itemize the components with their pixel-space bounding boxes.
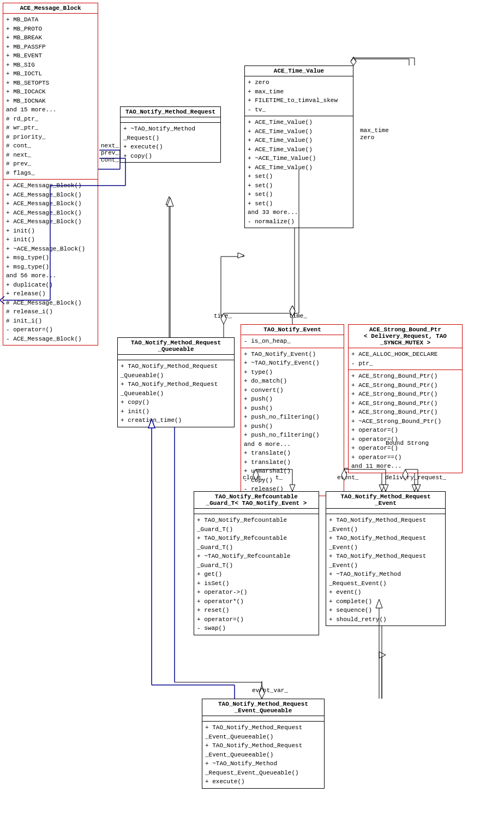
tao-notify-method-request-event-methods: + TAO_Notify_Method_Request _Event() + T… — [326, 514, 445, 626]
svg-marker-38 — [379, 652, 386, 658]
diagram-container: ACE_Message_Block + MB_DATA + MB_PROTO +… — [0, 0, 504, 834]
svg-text:time_: time_ — [214, 313, 232, 319]
svg-marker-30 — [379, 485, 385, 491]
tao-notify-method-request-event-queueable-fields — [202, 716, 324, 722]
svg-text:zero: zero — [360, 134, 374, 141]
ace-message-block-fields: + MB_DATA + MB_PROTO + MB_BREAK + MB_PAS… — [3, 14, 98, 180]
ace-time-value-methods: + ACE_Time_Value() + ACE_Time_Value() + … — [245, 116, 353, 228]
tao-notify-refcountable-guard-title: TAO_Notify_Refcountable_Guard_T< TAO_Not… — [194, 492, 319, 509]
ace-strong-bound-ptr-fields: + ACE_ALLOC_HOOK_DECLARE - ptr_ — [349, 348, 462, 370]
tao-notify-refcountable-guard-box: TAO_Notify_Refcountable_Guard_T< TAO_Not… — [194, 491, 319, 635]
svg-text:time_: time_ — [289, 313, 307, 319]
svg-text:prev_: prev_ — [101, 150, 119, 156]
svg-marker-17 — [238, 253, 244, 258]
tao-notify-refcountable-guard-methods: + TAO_Notify_Refcountable _Guard_T() + T… — [194, 514, 319, 635]
svg-marker-9 — [351, 57, 356, 65]
tao-notify-method-request-fields — [121, 117, 220, 123]
tao-notify-method-request-event-fields — [326, 509, 445, 514]
svg-marker-11 — [166, 196, 172, 205]
tao-notify-method-request-event-queueable-methods: + TAO_Notify_Method_Request _Event_Queue… — [202, 722, 324, 788]
tao-notify-event-box: TAO_Notify_Event - is_on_heap_ + TAO_Not… — [241, 324, 344, 496]
svg-text:next_: next_ — [101, 142, 119, 149]
tao-notify-method-request-queueable-fields — [118, 355, 234, 360]
svg-text:delivery_request_: delivery_request_ — [385, 474, 447, 481]
ace-time-value-title: ACE_Time_Value — [245, 66, 353, 76]
tao-notify-method-request-event-title: TAO_Notify_Method_Request_Event — [326, 492, 445, 509]
svg-marker-14 — [290, 306, 295, 317]
svg-marker-89 — [415, 485, 421, 491]
svg-marker-92 — [259, 688, 265, 699]
ace-strong-bound-ptr-box: ACE_Strong_Bound_Ptr< Delivery_Request, … — [348, 324, 463, 473]
svg-marker-84 — [383, 485, 388, 491]
tao-notify-method-request-methods: + ~TAO_Notify_Method _Request() + execut… — [121, 123, 220, 162]
svg-marker-62 — [167, 198, 173, 206]
tao-notify-method-request-event-queueable-box: TAO_Notify_Method_Request_Event_Queueabl… — [202, 699, 325, 789]
ace-message-block-methods: + ACE_Message_Block() + ACE_Message_Bloc… — [3, 180, 98, 345]
svg-text:cont_: cont_ — [101, 157, 119, 163]
ace-strong-bound-ptr-methods: + ACE_Strong_Bound_Ptr() + ACE_Strong_Bo… — [349, 370, 462, 473]
ace-strong-bound-ptr-title: ACE_Strong_Bound_Ptr< Delivery_Request, … — [349, 325, 462, 348]
tao-notify-method-request-event-queueable-title: TAO_Notify_Method_Request_Event_Queueabl… — [202, 699, 324, 716]
ace-time-value-box: ACE_Time_Value + zero + max_time + FILET… — [244, 65, 353, 228]
tao-notify-method-request-queueable-title: TAO_Notify_Method_Request_Queueable — [118, 338, 234, 355]
tao-notify-method-request-queueable-box: TAO_Notify_Method_Request_Queueable + TA… — [117, 337, 235, 427]
ace-time-value-fields: + zero + max_time + FILETIME_to_timval_s… — [245, 76, 353, 116]
ace-message-block-title: ACE_Message_Block — [3, 3, 98, 14]
ace-message-block-box: ACE_Message_Block + MB_DATA + MB_PROTO +… — [3, 3, 98, 345]
svg-marker-70 — [290, 306, 295, 317]
tao-notify-method-request-queueable-methods: + TAO_Notify_Method_Request _Queueable()… — [118, 360, 234, 427]
svg-text:max_time: max_time — [360, 127, 389, 134]
tao-notify-method-request-event-box: TAO_Notify_Method_Request_Event + TAO_No… — [326, 491, 446, 626]
svg-marker-66 — [221, 313, 226, 324]
svg-text:event_var_: event_var_ — [252, 687, 288, 694]
tao-notify-event-methods: + TAO_Notify_Event() + ~TAO_Notify_Event… — [241, 348, 344, 496]
tao-notify-method-request-title: TAO_Notify_Method_Request — [121, 107, 220, 117]
svg-marker-35 — [412, 485, 417, 491]
svg-marker-60 — [351, 58, 356, 65]
tao-notify-refcountable-guard-fields — [194, 509, 319, 514]
tao-notify-event-fields: - is_on_heap_ — [241, 335, 344, 348]
svg-marker-43 — [259, 686, 265, 699]
tao-notify-method-request-box: TAO_Notify_Method_Request + ~TAO_Notify_… — [120, 106, 221, 163]
tao-notify-event-title: TAO_Notify_Event — [241, 325, 344, 335]
